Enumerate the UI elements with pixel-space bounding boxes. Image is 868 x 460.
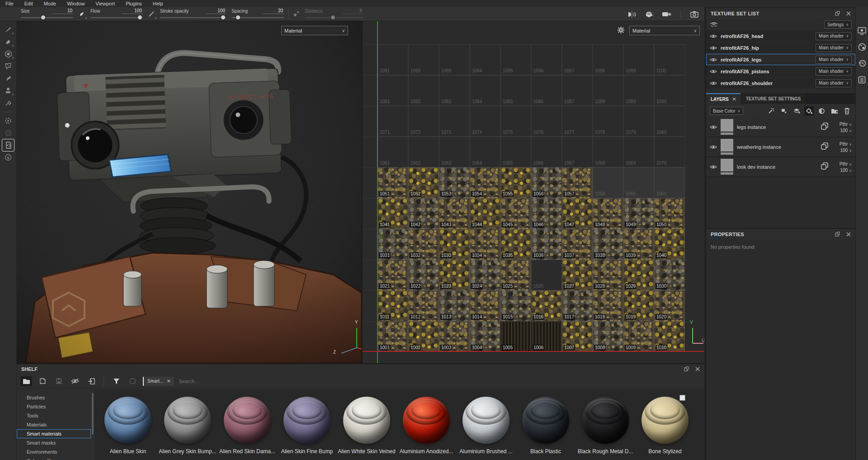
uv-tile-1039[interactable]: 1039 — [623, 229, 654, 260]
uv-tile-1049[interactable]: 1049 — [623, 198, 654, 229]
uv-tile-1031[interactable]: 1031 — [377, 229, 408, 260]
uv-tile-1080[interactable]: 1080 — [654, 106, 685, 137]
uv-tile-1003[interactable]: 1003 — [439, 321, 470, 352]
layer-visibility-eye-icon[interactable] — [710, 145, 717, 149]
layer-visibility-eye-icon[interactable] — [710, 165, 717, 169]
shader-select[interactable]: Main shader∨ — [816, 79, 852, 87]
layer-opacity[interactable]: 100∨ — [840, 168, 852, 173]
uv-tile-1024[interactable]: 1024 — [470, 260, 500, 290]
uv-tile-1094[interactable]: 1094 — [470, 44, 500, 75]
texture-set-row-retrofitAF26_legs[interactable]: retrofitAF26_legsMain shader∨ — [706, 54, 855, 65]
shelf-category-color-profiles[interactable]: Color profiles — [17, 456, 91, 460]
layer-blend-mode[interactable]: Pthr∨ — [840, 142, 852, 147]
texture-set-row-retrofitAF26_shoulder[interactable]: retrofitAF26_shoulderMain shader∨ — [706, 77, 855, 89]
uv-tile-1002[interactable]: 1002 — [408, 321, 439, 352]
layer-row-weathering-instance[interactable]: weathering instancePthr∨100∨ — [706, 138, 855, 157]
layer-thumbnail[interactable] — [721, 119, 733, 135]
uv-tile-1029[interactable]: 1029 — [623, 260, 654, 290]
uv-tile-1093[interactable]: 1093 — [439, 44, 470, 75]
viewport-2d[interactable]: 1091109210931094109510961097109810991100… — [362, 21, 704, 363]
shelf-category-brushes[interactable]: Brushes — [17, 393, 91, 402]
shader-select[interactable]: Main shader∨ — [816, 67, 852, 76]
layer-visibility-eye-icon[interactable] — [710, 125, 717, 129]
uv-tile-1032[interactable]: 1032 — [408, 229, 439, 260]
uv-tile-1026[interactable]: 1026 — [531, 260, 562, 290]
material-alien-red-skin-dama[interactable]: Alien Red Skin Dama... — [217, 396, 277, 460]
uv-tile-1046[interactable]: 1046 — [531, 198, 562, 229]
uv-tile-1027[interactable]: 1027 — [562, 260, 593, 290]
material-black-plastic[interactable]: Black Plastic — [516, 396, 576, 460]
uv-tile-1070[interactable]: 1070 — [654, 137, 685, 167]
uv-tile-1064[interactable]: 1064 — [470, 137, 500, 167]
menu-mode[interactable]: Mode — [38, 0, 62, 7]
uv-tile-1084[interactable]: 1084 — [470, 75, 500, 106]
close-icon[interactable] — [695, 365, 700, 373]
material-alien-grey-skin-bump[interactable]: Alien Grey Skin Bump... — [158, 396, 217, 460]
material-picker-tool[interactable] — [2, 97, 14, 109]
viewport2d-material-select[interactable]: Material∨ — [629, 26, 700, 35]
uv-tile-1067[interactable]: 1067 — [562, 137, 593, 167]
uv-tile-1065[interactable]: 1065 — [500, 137, 531, 167]
size-slider[interactable] — [21, 15, 73, 20]
uv-tile-1011[interactable]: 1011 — [377, 290, 408, 321]
layer-opacity[interactable]: 100∨ — [840, 148, 852, 153]
menu-plugins[interactable]: Plugins — [120, 0, 147, 7]
uv-tile-1090[interactable]: 1090 — [654, 75, 685, 106]
uv-tile-1012[interactable]: 1012 — [408, 290, 439, 321]
stroke-opacity-value[interactable]: 100 — [205, 8, 226, 14]
uv-tile-1034[interactable]: 1034 — [470, 229, 500, 260]
uv-tile-1074[interactable]: 1074 — [470, 106, 500, 137]
uv-tile-1006[interactable]: 1006 — [531, 321, 562, 352]
uv-tile-1062[interactable]: 1062 — [408, 137, 439, 167]
uv-tile-1089[interactable]: 1089 — [623, 75, 654, 106]
add-fill-layer-icon[interactable] — [804, 106, 814, 116]
layer-row-look-dev-instance[interactable]: look dev instancePthr∨100∨ — [706, 157, 855, 177]
menu-file[interactable]: File — [0, 0, 19, 7]
eye-refresh-icon[interactable] — [710, 20, 718, 28]
uv-tile-1048[interactable]: 1048 — [593, 198, 623, 229]
uv-tile-1078[interactable]: 1078 — [593, 106, 623, 137]
uv-tile-1036[interactable]: 1036 — [531, 229, 562, 260]
uv-tile-1088[interactable]: 1088 — [593, 75, 623, 106]
history-icon[interactable] — [858, 59, 867, 68]
visibility-eye-icon[interactable] — [710, 57, 717, 62]
stroke-profile-icon[interactable]: ∨ — [146, 7, 157, 21]
shelf-category-environments[interactable]: Environments — [17, 447, 91, 456]
perspective-cube-icon[interactable]: ∨ — [643, 11, 654, 18]
uv-tile-1052[interactable]: 1052 — [408, 167, 439, 198]
uv-tile-1058[interactable]: 1058 — [593, 167, 623, 198]
uv-tile-1083[interactable]: 1083 — [439, 75, 470, 106]
undock-icon[interactable] — [684, 365, 689, 373]
polygon-fill-tool[interactable] — [2, 60, 14, 72]
brush-tip-preview-icon[interactable]: ∨ — [76, 7, 88, 21]
shader-select[interactable]: Main shader∨ — [816, 32, 852, 40]
uv-tile-1033[interactable]: 1033 — [439, 229, 470, 260]
uv-tile-1082[interactable]: 1082 — [408, 75, 439, 106]
undock-icon[interactable] — [835, 9, 840, 18]
uv-tile-1055[interactable]: 1055 — [500, 167, 531, 198]
uv-tile-1097[interactable]: 1097 — [562, 44, 593, 75]
material-bone-stylized[interactable]: Bone Stylized — [635, 396, 695, 460]
undock-icon[interactable] — [835, 230, 840, 238]
viewport-3d[interactable]: RETROFIT AF26 — [17, 21, 362, 363]
uv-tile-1095[interactable]: 1095 — [500, 44, 531, 75]
flow-slider[interactable] — [90, 15, 143, 20]
uv-tile-1081[interactable]: 1081 — [377, 75, 408, 106]
uv-tile-1057[interactable]: 1057 — [562, 167, 593, 198]
camera-view-icon[interactable]: ∨ — [660, 11, 672, 17]
uv-tile-1035[interactable]: 1035 — [500, 229, 531, 260]
channel-select[interactable]: Base Color∨ — [710, 107, 743, 115]
uv-tile-1073[interactable]: 1073 — [439, 106, 470, 137]
uv-tile-1053[interactable]: 1053 — [439, 167, 470, 198]
uv-tile-1005[interactable]: 1005 — [500, 321, 531, 352]
menu-viewport[interactable]: Viewport — [90, 0, 120, 7]
uv-tile-1047[interactable]: 1047 — [562, 198, 593, 229]
uv-tile-1037[interactable]: 1037 — [562, 229, 593, 260]
menu-window[interactable]: Window — [61, 0, 90, 7]
clone-tool[interactable]: ∨ — [2, 85, 14, 96]
material-alien-white-skin-veined[interactable]: Alien White Skin Veined — [337, 396, 396, 460]
layer-blend-mode[interactable]: Pthr∨ — [840, 122, 852, 127]
uv-tile-1025[interactable]: 1025 — [500, 260, 531, 290]
visibility-eye-icon[interactable] — [710, 69, 717, 74]
layer-blend-mode[interactable]: Pthr∨ — [840, 161, 852, 166]
